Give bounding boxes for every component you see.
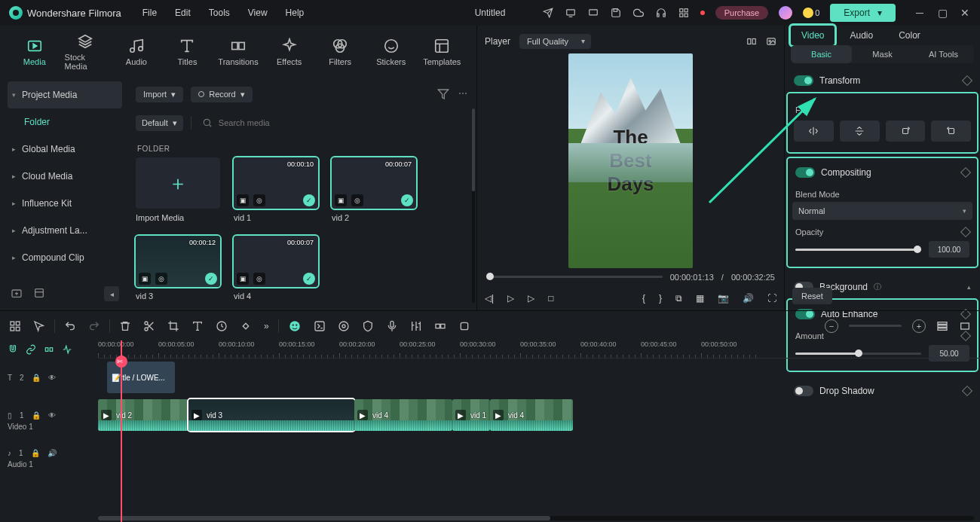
- lock-icon[interactable]: 🔒: [32, 411, 41, 420]
- opacity-value[interactable]: 100.00: [929, 241, 969, 258]
- mute-icon[interactable]: 🔊: [47, 449, 57, 457]
- chevron-up-icon[interactable]: ▴: [967, 283, 971, 291]
- sidebar-folder[interactable]: Folder: [8, 108, 122, 136]
- video-track-head[interactable]: ▯1 🔒 👁 Video 1: [0, 396, 98, 434]
- send-icon[interactable]: [542, 7, 554, 19]
- compare-icon[interactable]: [746, 36, 757, 47]
- menu-help[interactable]: Help: [286, 8, 305, 18]
- split-icon[interactable]: [143, 320, 155, 332]
- media-clip[interactable]: 00:00:12▣◎✓ vid 3: [136, 236, 220, 301]
- text-track-head[interactable]: T2 🔒 👁: [0, 359, 98, 396]
- more-icon[interactable]: ⋯: [458, 88, 467, 100]
- timeline-video-clip[interactable]: ▶vid 4: [490, 399, 573, 431]
- fullscreen-icon[interactable]: ⛶: [767, 293, 776, 304]
- speed-icon[interactable]: [216, 320, 228, 332]
- info-icon[interactable]: ⓘ: [874, 282, 881, 292]
- text-tool-icon[interactable]: [191, 320, 204, 332]
- save-icon[interactable]: [610, 7, 622, 19]
- blend-mode-dropdown[interactable]: Normal: [792, 202, 972, 220]
- keyframe-icon[interactable]: [960, 227, 971, 237]
- preview-frame[interactable]: TheBestDays: [568, 53, 693, 268]
- section-transform[interactable]: Transform: [791, 71, 974, 90]
- tab-titles[interactable]: Titles: [167, 38, 209, 66]
- subtab-mask[interactable]: Mask: [852, 45, 913, 63]
- purchase-button[interactable]: Purchase: [715, 6, 768, 20]
- sidebar-adjustment-layer[interactable]: ▸Adjustment La...: [8, 217, 122, 244]
- video-track[interactable]: ▶vid 2 ▶vid 3 ▶vid 4 ▶vid 1 ▶vid 4: [98, 396, 980, 434]
- shield-icon[interactable]: [362, 320, 374, 332]
- opacity-slider[interactable]: [795, 249, 921, 251]
- flip-horizontal-button[interactable]: [794, 121, 834, 142]
- compositing-toggle[interactable]: [795, 167, 815, 178]
- eye-icon[interactable]: 👁: [48, 411, 56, 420]
- cloud-icon[interactable]: [632, 7, 645, 19]
- flip-vertical-button[interactable]: [840, 121, 880, 142]
- menu-view[interactable]: View: [248, 8, 268, 18]
- link-icon[interactable]: [26, 344, 36, 355]
- magnet-icon[interactable]: [8, 344, 18, 355]
- scrollbar-vertical[interactable]: [472, 108, 475, 303]
- scrollbar-horizontal[interactable]: [98, 516, 974, 520]
- eye-icon[interactable]: 👁: [48, 374, 56, 382]
- menu-file[interactable]: File: [142, 8, 157, 18]
- tab-filters[interactable]: Filters: [319, 38, 361, 66]
- headphones-icon[interactable]: [655, 7, 667, 19]
- inspector-tab-video[interactable]: Video: [791, 26, 835, 45]
- import-button[interactable]: Import ▾: [136, 87, 183, 102]
- window-close[interactable]: ✕: [959, 7, 971, 19]
- media-clip[interactable]: 00:00:07▣◎✓ vid 4: [234, 236, 318, 301]
- sidebar-collapse-icon[interactable]: ◂: [104, 286, 119, 301]
- menu-edit[interactable]: Edit: [175, 8, 191, 18]
- sidebar-cloud-media[interactable]: ▸Cloud Media: [8, 163, 122, 190]
- tab-effects[interactable]: Effects: [268, 38, 311, 66]
- text-track[interactable]: 📝itle / LOWE...: [98, 359, 980, 396]
- quality-dropdown[interactable]: Full Quality: [519, 34, 591, 49]
- audio-track-head[interactable]: ♪1 🔒 🔊 Audio 1: [0, 434, 98, 472]
- lock-icon[interactable]: 🔒: [31, 449, 40, 457]
- screen1-icon[interactable]: [565, 7, 577, 19]
- subtab-basic[interactable]: Basic: [791, 45, 852, 63]
- volume-icon[interactable]: 🔊: [743, 293, 754, 304]
- timeline-video-clip[interactable]: ▶vid 3: [188, 399, 354, 431]
- sidebar-influence-kit[interactable]: ▸Influence Kit: [8, 190, 122, 217]
- keyframe-tool-icon[interactable]: [240, 320, 252, 332]
- tab-templates[interactable]: Templates: [421, 38, 464, 66]
- crop-icon[interactable]: ⧉: [675, 293, 682, 304]
- coins-indicator[interactable]: 0: [803, 8, 819, 18]
- prev-frame-icon[interactable]: ◁|: [485, 293, 494, 304]
- delete-icon[interactable]: [119, 320, 131, 332]
- window-minimize[interactable]: ─: [914, 7, 926, 19]
- subtab-ai-tools[interactable]: AI Tools: [913, 45, 974, 63]
- import-media-card[interactable]: ＋ Import Media: [136, 157, 220, 222]
- stop-icon[interactable]: □: [548, 293, 553, 304]
- undo-icon[interactable]: [64, 320, 76, 332]
- playhead[interactable]: ✄: [121, 340, 122, 522]
- export-button[interactable]: Export▾: [830, 4, 896, 22]
- time-ruler[interactable]: 00:00:00:0000:00:05:0000:00:10:0000:00:1…: [98, 340, 980, 359]
- zoom-slider[interactable]: [849, 325, 902, 327]
- timeline-video-clip[interactable]: ▶vid 2: [98, 399, 188, 431]
- scrub-bar[interactable]: [486, 276, 663, 278]
- cursor-icon[interactable]: [33, 320, 45, 332]
- snapshot-icon[interactable]: [766, 36, 776, 47]
- window-maximize[interactable]: ▢: [936, 7, 948, 19]
- new-folder-icon[interactable]: [11, 287, 24, 301]
- view-mode-icon[interactable]: [936, 320, 948, 332]
- tab-stickers[interactable]: Stickers: [370, 38, 412, 66]
- zoom-out-icon[interactable]: −: [825, 319, 838, 333]
- color-wheel-icon[interactable]: [338, 320, 350, 332]
- transform-toggle[interactable]: [794, 75, 813, 86]
- timeline-video-clip[interactable]: ▶vid 1: [452, 399, 490, 431]
- redo-icon[interactable]: [88, 320, 100, 332]
- mic-icon[interactable]: [386, 320, 398, 332]
- mixer-icon[interactable]: [410, 320, 422, 332]
- inspector-tab-color[interactable]: Color: [888, 26, 931, 45]
- timeline-video-clip[interactable]: ▶vid 4: [354, 399, 452, 431]
- media-clip[interactable]: 00:00:07▣◎✓ vid 2: [332, 157, 416, 222]
- filter-icon[interactable]: [437, 88, 449, 100]
- zoom-in-icon[interactable]: +: [912, 319, 926, 333]
- tab-stock-media[interactable]: Stock Media: [65, 33, 107, 71]
- apps-icon[interactable]: [678, 7, 690, 19]
- more-tools-icon[interactable]: »: [264, 321, 269, 331]
- sidebar-project-media[interactable]: ▾Project Media: [8, 81, 122, 108]
